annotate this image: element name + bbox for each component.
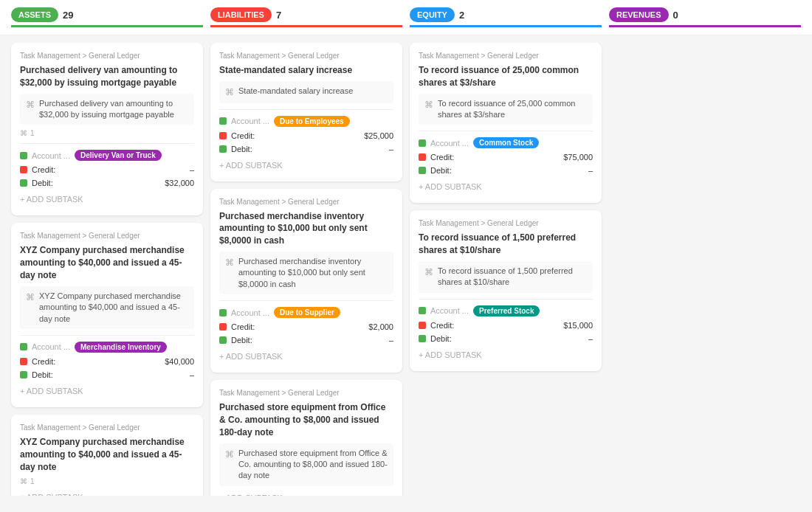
card-account-row: Account ...Delivery Van or Truck bbox=[20, 150, 194, 161]
category-badge-revenues[interactable]: REVENUES bbox=[609, 7, 669, 22]
task-card[interactable]: Task Management > General LedgerPurchase… bbox=[210, 189, 402, 373]
category-badge-liabilities[interactable]: LIABILITIES bbox=[210, 7, 272, 22]
add-subtask-button[interactable]: + ADD SUBTASK bbox=[20, 384, 194, 398]
task-card[interactable]: Task Management > General LedgerTo recor… bbox=[410, 210, 602, 370]
card-title: Purchased merchandise inventory amountin… bbox=[219, 210, 393, 247]
task-card[interactable]: Task Management > General LedgerPurchase… bbox=[11, 43, 203, 215]
credit-value: $75,000 bbox=[563, 153, 593, 162]
account-tag[interactable]: Due to Employees bbox=[274, 116, 350, 127]
card-subtitle: ⌘To record issuance of 1,500 preferred s… bbox=[419, 261, 593, 293]
card-account-row: Account ...Merchandise Inventory bbox=[20, 342, 194, 353]
card-count: 1 bbox=[30, 477, 35, 485]
account-tag[interactable]: Merchandise Inventory bbox=[75, 342, 167, 353]
card-title: Purchased delivery van amounting to $32,… bbox=[20, 64, 194, 89]
task-card[interactable]: Task Management > General LedgerXYZ Comp… bbox=[11, 223, 203, 407]
category-count-assets: 29 bbox=[63, 10, 73, 21]
card-subtitle-text: Purchased delivery van amounting to $32,… bbox=[39, 98, 188, 121]
debit-label: Debit: bbox=[430, 166, 452, 175]
task-card[interactable]: Task Management > General LedgerXYZ Comp… bbox=[11, 415, 203, 496]
add-subtask-button[interactable]: + ADD SUBTASK bbox=[20, 490, 194, 496]
card-credit-row: Credit:– bbox=[20, 165, 194, 174]
credit-label: Credit: bbox=[430, 153, 454, 162]
card-count-badge: ⌘1 bbox=[20, 129, 194, 137]
subtask-icon: ⌘ bbox=[20, 129, 27, 137]
account-tag[interactable]: Delivery Van or Truck bbox=[75, 150, 162, 161]
card-title: To record issuance of 1,500 preferred sh… bbox=[419, 232, 593, 257]
card-debit-row: Debit:– bbox=[20, 370, 194, 379]
account-tag[interactable]: Preferred Stock bbox=[473, 305, 540, 316]
account-dot bbox=[419, 307, 426, 314]
credit-value: $25,000 bbox=[364, 131, 393, 140]
debit-label: Debit: bbox=[32, 179, 53, 187]
column-col-equity: Task Management > General LedgerTo recor… bbox=[406, 43, 605, 496]
card-subtitle: ⌘Purchased delivery van amounting to $32… bbox=[20, 94, 194, 125]
credit-value: $15,000 bbox=[563, 321, 593, 330]
debit-value: $32,000 bbox=[165, 179, 194, 187]
category-section-equity[interactable]: EQUITY2 bbox=[410, 7, 602, 27]
credit-label: Credit: bbox=[231, 322, 255, 331]
card-title: XYZ Company purchased merchandise amount… bbox=[20, 436, 194, 473]
account-label: Account ... bbox=[32, 151, 70, 160]
card-subtitle: ⌘XYZ Company purchased merchandise amoun… bbox=[20, 286, 194, 329]
card-title: XYZ Company purchased merchandise amount… bbox=[20, 244, 194, 281]
credit-value: $40,000 bbox=[165, 357, 194, 366]
credit-label: Credit: bbox=[32, 357, 55, 366]
add-subtask-button[interactable]: + ADD SUBTASK bbox=[219, 349, 393, 364]
column-col-assets: Task Management > General LedgerPurchase… bbox=[7, 43, 207, 496]
add-subtask-button[interactable]: + ADD SUBTASK bbox=[419, 347, 593, 362]
debit-dot bbox=[219, 145, 227, 153]
debit-label: Debit: bbox=[430, 334, 452, 343]
add-subtask-button[interactable]: + ADD SUBTASK bbox=[20, 192, 194, 207]
credit-value: – bbox=[190, 165, 194, 174]
credit-value: $2,000 bbox=[368, 322, 393, 331]
account-dot bbox=[20, 152, 27, 159]
category-badge-equity[interactable]: EQUITY bbox=[410, 7, 455, 22]
card-breadcrumb: Task Management > General Ledger bbox=[419, 52, 593, 60]
card-subtitle: ⌘Purchased merchandise inventory amounti… bbox=[219, 252, 393, 294]
column-col-liabilities: Task Management > General LedgerState-ma… bbox=[207, 43, 406, 496]
debit-dot bbox=[20, 179, 27, 187]
credit-dot bbox=[219, 323, 227, 331]
card-subtitle-text: State-mandated salary increase bbox=[238, 86, 353, 97]
subtask-icon: ⌘ bbox=[424, 99, 433, 111]
card-credit-row: Credit:$75,000 bbox=[419, 153, 593, 162]
task-card[interactable]: Task Management > General LedgerState-ma… bbox=[210, 43, 402, 181]
task-card[interactable]: Task Management > General LedgerPurchase… bbox=[210, 380, 402, 496]
subtask-icon: ⌘ bbox=[225, 86, 234, 99]
category-count-equity: 2 bbox=[459, 10, 464, 21]
card-credit-row: Credit:$15,000 bbox=[419, 321, 593, 330]
debit-label: Debit: bbox=[231, 145, 252, 153]
card-account-row: Account ...Preferred Stock bbox=[419, 305, 593, 316]
account-label: Account ... bbox=[231, 308, 269, 317]
card-title: Purchased store equipment from Office & … bbox=[219, 401, 393, 438]
category-section-assets[interactable]: ASSETS29 bbox=[11, 7, 203, 27]
subtask-icon: ⌘ bbox=[225, 257, 234, 269]
task-card[interactable]: Task Management > General LedgerTo recor… bbox=[410, 43, 602, 203]
add-subtask-button[interactable]: + ADD SUBTASK bbox=[419, 179, 593, 194]
account-tag[interactable]: Common Stock bbox=[473, 137, 539, 148]
add-subtask-button[interactable]: + ADD SUBTASK bbox=[219, 158, 393, 173]
debit-value: – bbox=[389, 336, 393, 345]
card-subtitle-text: To record issuance of 25,000 common shar… bbox=[438, 98, 587, 121]
account-label: Account ... bbox=[231, 117, 269, 125]
card-breadcrumb: Task Management > General Ledger bbox=[20, 423, 194, 432]
category-count-revenues: 0 bbox=[673, 10, 678, 21]
account-label: Account ... bbox=[430, 139, 469, 148]
category-badge-assets[interactable]: ASSETS bbox=[11, 7, 58, 22]
account-dot bbox=[20, 343, 27, 350]
card-breadcrumb: Task Management > General Ledger bbox=[219, 389, 393, 397]
account-tag[interactable]: Due to Supplier bbox=[274, 307, 340, 318]
subtask-icon: ⌘ bbox=[225, 449, 234, 461]
credit-label: Credit: bbox=[430, 321, 454, 330]
card-count: 1 bbox=[30, 129, 35, 137]
card-debit-row: Debit:– bbox=[419, 334, 593, 343]
card-account-row: Account ...Due to Employees bbox=[219, 116, 393, 127]
top-bar: ASSETS29LIABILITIES7EQUITY2REVENUES0 bbox=[0, 0, 812, 35]
card-debit-row: Debit:– bbox=[219, 336, 393, 345]
subtask-icon: ⌘ bbox=[20, 477, 27, 485]
add-subtask-button[interactable]: + ADD SUBTASK bbox=[219, 491, 393, 496]
card-subtitle-text: Purchased store equipment from Office & … bbox=[238, 448, 388, 482]
category-section-liabilities[interactable]: LIABILITIES7 bbox=[210, 7, 402, 27]
category-section-revenues[interactable]: REVENUES0 bbox=[609, 7, 801, 27]
credit-label: Credit: bbox=[231, 131, 255, 140]
